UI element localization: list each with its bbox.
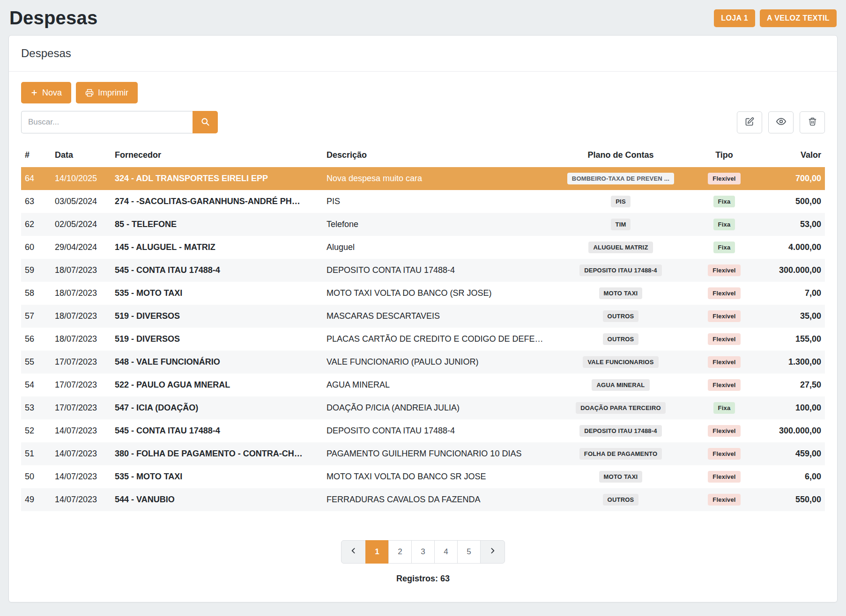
- tipo-badge: Flexível: [708, 173, 740, 184]
- cell-tipo: Flexível: [691, 442, 757, 465]
- cell-id: 53: [21, 396, 51, 419]
- card-body: Nova Imprimir: [9, 72, 837, 598]
- cell-plano-de-contas: OUTROS: [550, 305, 691, 328]
- cell-tipo: Fixa: [691, 396, 757, 419]
- pagination-page-5[interactable]: 5: [457, 540, 481, 564]
- table-row[interactable]: 5818/07/2023535 - MOTO TAXIMOTO TAXI VOL…: [21, 282, 825, 305]
- cell-id: 49: [21, 488, 51, 511]
- new-expense-button[interactable]: Nova: [21, 82, 71, 103]
- cell-plano-de-contas: DEPOSITO ITAU 17488-4: [550, 259, 691, 282]
- cell-valor: 500,00: [757, 190, 825, 213]
- cell-id: 51: [21, 442, 51, 465]
- cell-id: 50: [21, 465, 51, 488]
- column-header-descricao[interactable]: Descrição: [323, 145, 550, 167]
- delete-button[interactable]: [800, 111, 825, 133]
- card-title: Despesas: [21, 47, 71, 59]
- cell-tipo: Flexível: [691, 465, 757, 488]
- cell-date: 03/05/2024: [51, 190, 111, 213]
- plano-de-contas-badge: AGUA MINERAL: [592, 379, 649, 391]
- cell-plano-de-contas: OUTROS: [550, 328, 691, 351]
- table-row[interactable]: 5114/07/2023380 - FOLHA DE PAGAMENTO - C…: [21, 442, 825, 465]
- table-row[interactable]: 5214/07/2023545 - CONTA ITAU 17488-4DEPO…: [21, 419, 825, 442]
- store-button-a-veloz-textil[interactable]: A VELOZ TEXTIL: [760, 9, 837, 27]
- search-input[interactable]: [21, 111, 193, 133]
- table-row[interactable]: 6303/05/2024274 - -SACOLITAS-GARANHUNS-A…: [21, 190, 825, 213]
- column-header-plano-de-contas[interactable]: Plano de Contas: [550, 145, 691, 167]
- page-header: Despesas LOJA 1 A VELOZ TEXTIL: [0, 0, 846, 35]
- table-row[interactable]: 4914/07/2023544 - VANUBIOFERRADURAS CAVA…: [21, 488, 825, 511]
- cell-valor: 700,00: [757, 167, 825, 190]
- pagination-page-2[interactable]: 2: [388, 540, 412, 564]
- cell-fornecedor: 545 - CONTA ITAU 17488-4: [111, 259, 323, 282]
- cell-date: 18/07/2023: [51, 282, 111, 305]
- table-row[interactable]: 6029/04/2024145 - ALUGUEL - MATRIZAlugue…: [21, 236, 825, 259]
- cell-id: 60: [21, 236, 51, 259]
- pagination: 1 2 3 4 5: [341, 540, 505, 564]
- cell-tipo: Fixa: [691, 190, 757, 213]
- cell-tipo: Fixa: [691, 213, 757, 236]
- edit-button[interactable]: [737, 111, 762, 133]
- table-row[interactable]: 5918/07/2023545 - CONTA ITAU 17488-4DEPO…: [21, 259, 825, 282]
- column-header-fornecedor[interactable]: Fornecedor: [111, 145, 323, 167]
- cell-descricao: DEPOSITO CONTA ITAU 17488-4: [323, 259, 550, 282]
- cell-valor: 6,00: [757, 465, 825, 488]
- column-header-id[interactable]: #: [21, 145, 51, 167]
- cell-date: 29/04/2024: [51, 236, 111, 259]
- table-row[interactable]: 6202/05/202485 - TELEFONETelefoneTIMFixa…: [21, 213, 825, 236]
- page-title: Despesas: [9, 7, 97, 29]
- plano-de-contas-badge: OUTROS: [603, 333, 639, 345]
- cell-date: 18/07/2023: [51, 328, 111, 351]
- cell-plano-de-contas: MOTO TAXI: [550, 282, 691, 305]
- cell-tipo: Flexível: [691, 259, 757, 282]
- printer-icon: [85, 88, 94, 97]
- cell-descricao: PAGAMENTO GUILHERM FUNCIONARIO 10 DIAS: [323, 442, 550, 465]
- expenses-table: # Data Fornecedor Descrição Plano de Con…: [21, 145, 825, 511]
- cell-tipo: Flexível: [691, 305, 757, 328]
- plano-de-contas-badge: MOTO TAXI: [599, 471, 643, 483]
- table-row[interactable]: 5014/07/2023535 - MOTO TAXIMOTO TAXI VOL…: [21, 465, 825, 488]
- pagination-page-4[interactable]: 4: [434, 540, 458, 564]
- column-header-data[interactable]: Data: [51, 145, 111, 167]
- cell-date: 14/07/2023: [51, 465, 111, 488]
- cell-plano-de-contas: DEPOSITO ITAU 17488-4: [550, 419, 691, 442]
- pagination-prev-button[interactable]: [341, 540, 366, 564]
- cell-date: 18/07/2023: [51, 305, 111, 328]
- cell-date: 14/07/2023: [51, 419, 111, 442]
- table-row[interactable]: 6414/10/2025324 - ADL TRANSPORTES EIRELI…: [21, 167, 825, 190]
- print-button[interactable]: Imprimir: [76, 82, 138, 103]
- cell-date: 17/07/2023: [51, 396, 111, 419]
- plano-de-contas-badge: DEPOSITO ITAU 17488-4: [579, 264, 661, 276]
- controls-row: [21, 111, 825, 133]
- page: Despesas LOJA 1 A VELOZ TEXTIL Despesas …: [0, 0, 846, 602]
- view-button[interactable]: [768, 111, 794, 133]
- column-header-valor[interactable]: Valor: [757, 145, 825, 167]
- search-button[interactable]: [193, 111, 218, 133]
- chevron-left-icon: [349, 547, 357, 557]
- cell-descricao: MASCARAS DESCARTAVEIS: [323, 305, 550, 328]
- store-button-loja-1[interactable]: LOJA 1: [714, 9, 755, 27]
- plano-de-contas-badge: TIM: [611, 219, 631, 230]
- expenses-table-body: 6414/10/2025324 - ADL TRANSPORTES EIRELI…: [21, 167, 825, 511]
- table-row[interactable]: 5517/07/2023548 - VALE FUNCIONÁRIOVALE F…: [21, 351, 825, 374]
- plus-icon: [30, 89, 38, 96]
- plano-de-contas-badge: OUTROS: [603, 494, 639, 506]
- cell-plano-de-contas: DOAÇÃO PARA TERCEIRO: [550, 396, 691, 419]
- plano-de-contas-badge: DOAÇÃO PARA TERCEIRO: [576, 402, 666, 414]
- cell-valor: 550,00: [757, 488, 825, 511]
- pagination-next-button[interactable]: [480, 540, 505, 564]
- tipo-badge: Flexível: [708, 310, 740, 322]
- cell-valor: 300.000,00: [757, 259, 825, 282]
- cell-plano-de-contas: MOTO TAXI: [550, 465, 691, 488]
- pagination-page-3[interactable]: 3: [411, 540, 435, 564]
- table-row[interactable]: 5417/07/2023522 - PAULO AGUA MNERALAGUA …: [21, 374, 825, 396]
- table-row[interactable]: 5317/07/2023547 - ICIA (DOAÇÃO)DOAÇÃO P/…: [21, 396, 825, 419]
- tipo-badge: Fixa: [713, 242, 735, 253]
- column-header-tipo[interactable]: Tipo: [691, 145, 757, 167]
- table-row[interactable]: 5618/07/2023519 - DIVERSOSPLACAS CARTÃO …: [21, 328, 825, 351]
- pagination-page-1[interactable]: 1: [365, 540, 389, 564]
- table-row[interactable]: 5718/07/2023519 - DIVERSOSMASCARAS DESCA…: [21, 305, 825, 328]
- cell-fornecedor: 324 - ADL TRANSPORTES EIRELI EPP: [111, 167, 323, 190]
- cell-descricao: FERRADURAS CAVALOS DA FAZENDA: [323, 488, 550, 511]
- cell-plano-de-contas: AGUA MINERAL: [550, 374, 691, 396]
- cell-id: 63: [21, 190, 51, 213]
